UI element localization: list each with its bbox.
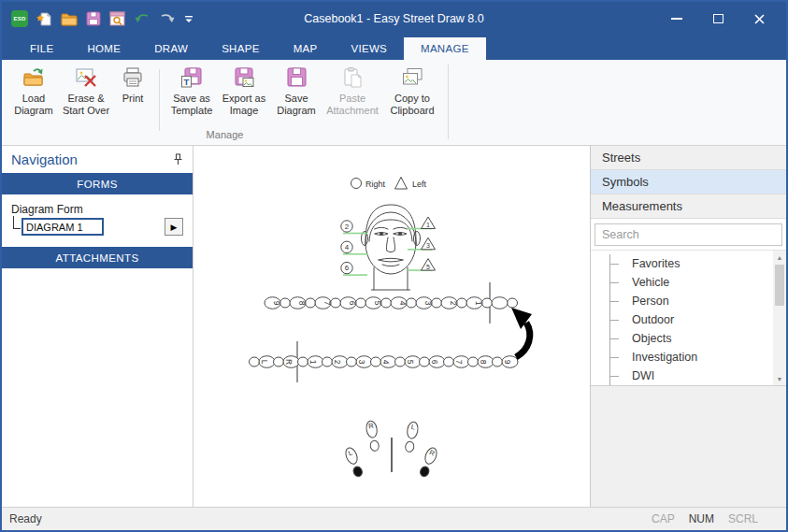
tree-item-person[interactable]: Person xyxy=(591,292,773,310)
ribbon-group-label: Manage xyxy=(7,129,442,144)
turn-arrow[interactable] xyxy=(511,308,532,357)
scroll-lock-indicator: SCRL xyxy=(728,512,758,525)
ribbon-button-label: Erase & Start Over xyxy=(60,93,112,117)
erase-start-over-icon xyxy=(74,65,98,90)
undo-icon[interactable] xyxy=(134,12,150,25)
diagram-name-input[interactable] xyxy=(21,218,104,236)
close-button[interactable] xyxy=(752,13,766,24)
save-as-template-button[interactable]: T Save as Template xyxy=(165,65,218,117)
symbol-category-tree: FavoritesVehiclePersonOutdoorObjectsInve… xyxy=(591,251,786,386)
symbols-panel: Streets Symbols Measurements FavoritesVe… xyxy=(590,146,786,507)
svg-text:2: 2 xyxy=(333,360,342,365)
ribbon: Load Diagram Erase & Start Over xyxy=(2,60,786,146)
caps-lock-indicator: CAP xyxy=(652,512,675,525)
svg-text:3: 3 xyxy=(426,242,430,249)
svg-text:T: T xyxy=(184,77,190,87)
tab-manage[interactable]: MANAGE xyxy=(404,37,486,60)
paste-attachment-icon xyxy=(340,65,365,90)
ribbon-button-label: Paste Attachment xyxy=(322,93,382,117)
save-icon[interactable] xyxy=(86,11,101,26)
forms-section-header[interactable]: FORMS xyxy=(2,173,193,194)
save-as-template-icon: T xyxy=(179,65,204,90)
tab-map[interactable]: MAP xyxy=(277,37,335,60)
open-folder-icon[interactable] xyxy=(61,12,78,26)
svg-text:7: 7 xyxy=(322,301,332,306)
ribbon-group-manage: Load Diagram Erase & Start Over xyxy=(2,60,442,145)
scroll-down-icon[interactable]: ▼ xyxy=(773,372,786,385)
print-icon xyxy=(121,65,145,90)
navigation-panel-title: Navigation xyxy=(11,151,173,167)
ribbon-button-label: Save Diagram xyxy=(270,93,322,117)
scroll-up-icon[interactable]: ▲ xyxy=(773,251,786,264)
face-drawing[interactable] xyxy=(362,205,421,290)
next-form-button[interactable]: ▶ xyxy=(165,218,183,236)
svg-text:6: 6 xyxy=(430,360,439,365)
svg-text:2: 2 xyxy=(449,301,458,306)
ribbon-button-label: Load Diagram xyxy=(7,93,60,117)
tree-elbow-line xyxy=(13,216,21,229)
symbol-search-input[interactable] xyxy=(595,223,782,246)
status-message: Ready xyxy=(9,512,42,525)
svg-text:2: 2 xyxy=(345,223,350,231)
copy-to-clipboard-button[interactable]: Copy to Clipboard xyxy=(382,65,442,117)
tree-item-investigation[interactable]: Investigation xyxy=(591,348,773,367)
attachments-section-header[interactable]: ATTACHMENTS xyxy=(2,247,193,268)
new-document-icon[interactable] xyxy=(36,11,52,27)
qat-customize-icon[interactable] xyxy=(184,15,193,23)
tab-file[interactable]: FILE xyxy=(13,37,71,60)
export-as-image-button[interactable]: Export as Image xyxy=(218,65,270,117)
ribbon-separator xyxy=(159,69,160,131)
tab-views[interactable]: VIEWS xyxy=(334,37,404,60)
walk-line-top[interactable]: 987654321 xyxy=(265,297,518,309)
svg-text:4: 4 xyxy=(398,301,408,306)
svg-text:5: 5 xyxy=(406,360,415,365)
svg-text:9: 9 xyxy=(503,360,512,365)
svg-text:1: 1 xyxy=(426,222,430,228)
save-diagram-button[interactable]: Save Diagram xyxy=(270,65,322,117)
print-button[interactable]: Print xyxy=(112,65,153,105)
minimize-button[interactable] xyxy=(670,13,683,24)
svg-text:6: 6 xyxy=(345,264,350,272)
tab-draw[interactable]: DRAW xyxy=(137,37,205,60)
scrollbar-thumb[interactable] xyxy=(775,265,784,306)
tree-item-objects[interactable]: Objects xyxy=(591,329,773,348)
svg-text:9: 9 xyxy=(272,301,281,306)
svg-text:4: 4 xyxy=(381,360,391,365)
tree-scrollbar[interactable]: ▲ ▼ xyxy=(773,251,786,385)
symbols-panel-empty-area xyxy=(591,386,786,507)
diagram-form-label: Diagram Form xyxy=(11,203,183,216)
load-diagram-button[interactable]: Load Diagram xyxy=(7,65,60,117)
maximize-button[interactable] xyxy=(711,13,724,24)
redo-icon[interactable] xyxy=(159,12,176,25)
svg-text:L: L xyxy=(260,360,269,365)
tab-shape[interactable]: SHAPE xyxy=(205,37,277,60)
walk-line-bottom[interactable]: LR123456789 xyxy=(250,356,519,368)
navigation-panel: Navigation FORMS Diagram Form ▶ ATTACHME… xyxy=(2,146,193,507)
drawing-canvas[interactable]: RightLeft xyxy=(193,146,590,507)
load-diagram-icon xyxy=(21,65,46,90)
app-window: ESD Casebook1 - Easy Street Dr xyxy=(0,0,788,532)
ribbon-button-label: Copy to Clipboard xyxy=(382,93,442,117)
paste-attachment-button: Paste Attachment xyxy=(322,65,382,117)
tree-item-favorites[interactable]: Favorites xyxy=(591,254,773,273)
svg-text:5: 5 xyxy=(373,301,382,306)
panel-header-streets[interactable]: Streets xyxy=(591,146,786,170)
titlebar: ESD Casebook1 - Easy Street Dr xyxy=(2,2,786,36)
tree-item-outdoor[interactable]: Outdoor xyxy=(591,310,773,329)
export-as-image-icon xyxy=(232,65,256,90)
svg-text:3: 3 xyxy=(357,360,366,365)
pin-icon[interactable] xyxy=(173,153,183,165)
svg-text:4: 4 xyxy=(345,243,350,252)
erase-start-over-button[interactable]: Erase & Start Over xyxy=(60,65,112,117)
svg-text:1: 1 xyxy=(308,360,318,365)
svg-text:8: 8 xyxy=(297,301,307,306)
copy-to-clipboard-icon xyxy=(400,65,424,90)
tree-item-dwi[interactable]: DWI xyxy=(591,367,773,385)
tree-item-vehicle[interactable]: Vehicle xyxy=(591,273,773,292)
svg-text:6: 6 xyxy=(348,301,357,306)
print-preview-icon[interactable] xyxy=(109,11,125,26)
panel-header-symbols[interactable]: Symbols xyxy=(591,170,786,194)
app-logo-icon[interactable]: ESD xyxy=(11,10,28,27)
panel-header-measurements[interactable]: Measurements xyxy=(591,194,786,219)
tab-home[interactable]: HOME xyxy=(71,37,138,60)
